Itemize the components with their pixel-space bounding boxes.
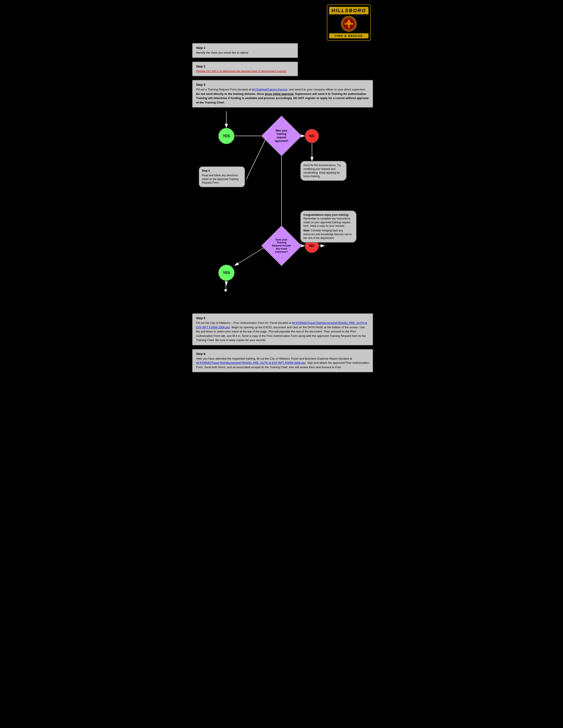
congrats-box: Congratulations enjoy your training. Rem… — [300, 210, 357, 243]
flowchart: YES Was your training request approved? … — [192, 111, 371, 310]
step3-underline-bold: given initial approval — [265, 92, 293, 96]
svg-point-5 — [350, 21, 351, 24]
step5-content: Fill out the City of Hillsboro – Prior A… — [196, 321, 369, 342]
sorry-text: Sorry for the inconvenience. Try modifyi… — [304, 164, 341, 178]
step6-content: After you have attended the requested tr… — [196, 356, 369, 370]
congrats-text: Remember to complete any instructions no… — [304, 217, 354, 228]
step3-part3: ), and send it to your company officer o… — [287, 88, 366, 91]
step5-title: Step 5 — [196, 316, 369, 320]
page: HILLSBORO FIRE & RESCUE — [192, 4, 371, 372]
step3-form-name: Training Request Form — [208, 88, 237, 91]
step6-link[interactable]: W:\FORMS\Travel Reimbursement\TRAVEL PRE… — [196, 361, 305, 364]
step3-bold1: Do not send directly to the training div… — [196, 92, 265, 96]
step1-content: Identify the class you would like to att… — [196, 51, 294, 55]
step3-title: Step 3 — [196, 83, 369, 86]
step2-box: Step 2 Review GO 600-1 to determine the … — [192, 62, 298, 77]
step5-italic2: located — [279, 321, 288, 325]
step3-bold2: , Supervisors will send it to Training f… — [294, 92, 367, 96]
step1-box: Step 1 Identify the class you would like… — [192, 43, 298, 58]
congrats-note: Note: Consider bringing back any resourc… — [304, 229, 354, 240]
step3-part1: Fill out a — [196, 88, 208, 91]
logo-emblem — [329, 14, 369, 33]
logo-bottom: FIRE & RESCUE — [329, 33, 369, 38]
emblem-circle — [341, 16, 357, 32]
step5-part2: ( — [277, 321, 279, 325]
step2-title: Step 2 — [196, 65, 294, 68]
logo-box: HILLSBORO FIRE & RESCUE — [327, 4, 371, 41]
step3-content: Fill out a Training Request Form (locate… — [196, 87, 369, 105]
step3-link[interactable]: W:\Training\Training Forms — [252, 88, 287, 91]
header: HILLSBORO FIRE & RESCUE — [192, 4, 371, 41]
step1-title: Step 1 — [196, 46, 294, 50]
diamond2-container: Does your Training Request include any t… — [267, 231, 296, 260]
logo-top: HILLSBORO — [329, 7, 369, 14]
step2-content: Review GO 600-1 to determine the desired… — [196, 69, 294, 73]
svg-point-4 — [347, 21, 348, 24]
yes2-circle: YES — [218, 265, 235, 281]
yes2-label: YES — [223, 271, 230, 275]
no2-label: NO — [309, 244, 315, 248]
step6-italic1: Travel and Business Expense Report — [291, 357, 338, 360]
arrow-down-yes2 — [226, 281, 226, 290]
svg-line-12 — [246, 136, 267, 180]
step2-link[interactable]: Review GO 600-1 to determine the desired… — [196, 69, 286, 73]
step4-content: Read and follow any directions noted on … — [202, 174, 242, 185]
no1-label: NO — [309, 134, 315, 138]
step5-part1: Fill out the — [196, 321, 210, 325]
step3-bold3: Training will determine if funding is av… — [196, 96, 369, 104]
step6-part2: (located at — [338, 357, 352, 360]
step4-title: Step 4 — [202, 169, 242, 173]
arrow-head-yes2 — [224, 289, 227, 292]
step5-part3: at — [288, 321, 292, 325]
step6-part1: After you have attended the requested tr… — [196, 357, 291, 360]
step4-box: Step 4 Read and follow any directions no… — [199, 166, 245, 187]
yes1-label: YES — [223, 134, 230, 138]
yes1-circle: YES — [218, 128, 235, 144]
diamond2-label: Does your Training Request include any t… — [267, 231, 296, 260]
step5-box: Step 5 Fill out the City of Hillsboro – … — [192, 313, 373, 345]
svg-line-17 — [235, 246, 267, 266]
step3-part2: (located at — [237, 88, 252, 91]
sorry-box: Sorry for the inconvenience. Try modifyi… — [300, 161, 347, 181]
diamond1-label: Was your training request approved? — [267, 122, 296, 150]
svg-point-3 — [348, 20, 350, 24]
no1-circle: NO — [305, 129, 319, 143]
step5-italic1: City of Hillsboro – Prior Authorization … — [210, 321, 277, 325]
diamond1-container: Was your training request approved? — [267, 122, 296, 150]
step6-title: Step 6 — [196, 352, 369, 356]
step3-box: Step 3 Fill out a Training Request Form … — [192, 80, 373, 108]
congrats-bold: Congratulations enjoy your training. — [304, 213, 354, 217]
step6-box: Step 6 After you have attended the reque… — [192, 349, 373, 373]
